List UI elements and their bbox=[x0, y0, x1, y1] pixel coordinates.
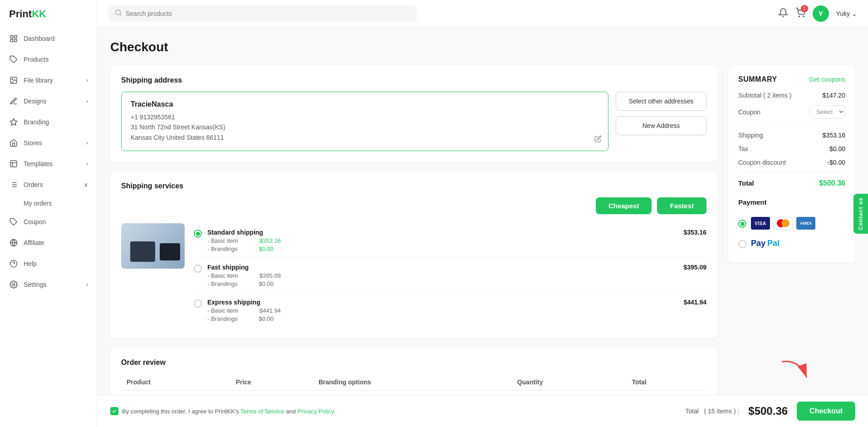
user-avatar[interactable]: Y bbox=[813, 5, 829, 22]
shipping-option-express[interactable]: Express shipping - Basic item $441.94 - … bbox=[194, 293, 706, 328]
checkout-total-text: Total ( 15 items ) : bbox=[685, 407, 739, 415]
sidebar-item-stores[interactable]: Stores › bbox=[0, 133, 97, 153]
checkout-total-amount: $500.36 bbox=[748, 405, 788, 417]
total-label: Total bbox=[738, 179, 754, 187]
paypal-pal: Pal bbox=[767, 239, 780, 248]
orders-icon bbox=[9, 180, 18, 189]
notification-bell[interactable] bbox=[778, 8, 788, 20]
mastercard-icon bbox=[774, 217, 793, 230]
sidebar-item-help[interactable]: Help bbox=[0, 253, 97, 274]
terms-link[interactable]: Terms of Service bbox=[240, 408, 284, 415]
product-thumbnail bbox=[121, 223, 185, 269]
express-price: $441.94 bbox=[675, 299, 706, 306]
svg-rect-1 bbox=[15, 35, 17, 38]
sidebar-item-file-library[interactable]: File library › bbox=[0, 70, 97, 91]
amex-icon: AMEX bbox=[796, 217, 815, 230]
express-sub2: - Brandings $0.00 bbox=[207, 315, 669, 322]
search-box[interactable] bbox=[108, 5, 417, 22]
mc-circle-orange bbox=[781, 219, 790, 227]
summary-coupon-discount-row: Coupon discount -$0.00 bbox=[738, 159, 845, 166]
sidebar-item-products[interactable]: Products bbox=[0, 49, 97, 70]
sidebar-item-affiliate[interactable]: Affiliate bbox=[0, 232, 97, 253]
total-value: $500.36 bbox=[819, 179, 845, 187]
coupon-select[interactable]: Select bbox=[809, 105, 845, 118]
radio-express[interactable] bbox=[194, 299, 202, 308]
address-phone: +1 9132953561 bbox=[131, 112, 599, 122]
standard-shipping-name: Standard shipping bbox=[207, 229, 669, 236]
radio-fast[interactable] bbox=[194, 265, 202, 273]
sidebar-item-branding[interactable]: Branding bbox=[0, 112, 97, 133]
page-title: Checkout bbox=[110, 40, 855, 54]
svg-line-24 bbox=[120, 14, 121, 15]
checkout-button[interactable]: Checkout bbox=[797, 402, 855, 421]
address-line2: Kansas City United States 66111 bbox=[131, 133, 599, 142]
tax-label: Tax bbox=[738, 145, 748, 152]
order-table-header: Product Price Branding options Quantity … bbox=[121, 374, 706, 391]
sidebar-item-settings[interactable]: Settings › bbox=[0, 274, 97, 295]
privacy-link[interactable]: Privacy Policy bbox=[298, 408, 334, 415]
settings-icon bbox=[9, 280, 18, 289]
sidebar-item-orders[interactable]: Orders ∨ bbox=[0, 174, 97, 195]
standard-sub2: - Brandings $0.00 bbox=[207, 245, 669, 252]
cart-icon[interactable]: 1 bbox=[795, 8, 805, 20]
radio-paypal[interactable] bbox=[738, 240, 746, 248]
shipping-options: Standard shipping - Basic item $353.16 -… bbox=[194, 223, 706, 328]
shipping-address-title: Shipping address bbox=[121, 76, 706, 84]
sidebar-item-label: Branding bbox=[24, 118, 49, 126]
sidebar-item-dashboard[interactable]: Dashboard bbox=[0, 28, 97, 49]
contact-us-tab[interactable]: Contact us bbox=[853, 193, 868, 233]
cheapest-button[interactable]: Cheapest bbox=[596, 197, 652, 214]
subtotal-label: Subtotal ( 2 items ) bbox=[738, 92, 792, 99]
product-thumb-inner bbox=[121, 223, 185, 269]
search-input[interactable] bbox=[126, 10, 411, 17]
sidebar-item-label: Products bbox=[24, 56, 49, 63]
shipping-services-title: Shipping services bbox=[121, 182, 706, 190]
edit-address-icon[interactable] bbox=[594, 135, 602, 144]
topbar: 1 Y Yuky ⌄ bbox=[98, 0, 868, 27]
sidebar-item-label: Affiliate bbox=[24, 239, 44, 246]
express-sub1: - Basic item $441.94 bbox=[207, 307, 669, 314]
terms-checkbox[interactable] bbox=[110, 407, 118, 415]
shipping-option-fast-info: Fast shipping - Basic item $395.09 - Bra… bbox=[207, 264, 669, 287]
col-branding: Branding options bbox=[313, 374, 512, 391]
shipping-option-fast[interactable]: Fast shipping - Basic item $395.09 - Bra… bbox=[194, 258, 706, 293]
payment-option-card[interactable]: VISA AMEX bbox=[738, 212, 845, 234]
shipping-option-standard[interactable]: Standard shipping - Basic item $353.16 -… bbox=[194, 223, 706, 258]
radio-card[interactable] bbox=[738, 220, 746, 228]
sidebar: PrintKK Dashboard Products File library … bbox=[0, 0, 98, 427]
select-other-addresses-button[interactable]: Select other addresses bbox=[616, 92, 706, 111]
radio-standard[interactable] bbox=[194, 230, 202, 238]
terms-check: By completing this order, I agree to Pri… bbox=[110, 407, 334, 415]
user-name[interactable]: Yuky ⌄ bbox=[836, 10, 857, 17]
fastest-button[interactable]: Fastest bbox=[657, 197, 706, 214]
new-address-button[interactable]: New Address bbox=[616, 116, 706, 135]
summary-tax-row: Tax $0.00 bbox=[738, 145, 845, 152]
shipping-option-standard-info: Standard shipping - Basic item $353.16 -… bbox=[207, 229, 669, 252]
summary-subtotal-row: Subtotal ( 2 items ) $147.20 bbox=[738, 92, 845, 99]
sidebar-item-label: Coupon bbox=[24, 218, 46, 226]
sidebar-item-designs[interactable]: Designs › bbox=[0, 91, 97, 112]
svg-rect-2 bbox=[10, 39, 13, 42]
coupon-label: Coupon bbox=[738, 108, 760, 116]
col-quantity: Quantity bbox=[512, 374, 627, 391]
payment-section: Payment VISA bbox=[738, 198, 845, 253]
sidebar-item-my-orders[interactable]: My orders bbox=[0, 195, 97, 211]
branding-icon bbox=[9, 118, 18, 127]
payment-option-paypal[interactable]: PayPal bbox=[738, 234, 845, 253]
get-coupons-link[interactable]: Get coupons bbox=[809, 76, 845, 83]
summary-title: SUMMARY bbox=[738, 75, 777, 83]
sidebar-item-coupon[interactable]: Coupon bbox=[0, 211, 97, 232]
chevron-right-icon: › bbox=[86, 161, 88, 167]
address-name: TracieNasca bbox=[131, 100, 599, 108]
topbar-right: 1 Y Yuky ⌄ bbox=[778, 5, 857, 22]
address-line1: 31 North 72nd Street Kansas(KS) bbox=[131, 122, 599, 132]
checkout-layout: Shipping address TracieNasca +1 91329535… bbox=[110, 65, 855, 427]
visa-icon: VISA bbox=[751, 217, 770, 230]
standard-sub1: - Basic item $353.16 bbox=[207, 237, 669, 244]
svg-rect-8 bbox=[10, 161, 17, 167]
sidebar-item-templates[interactable]: Templates › bbox=[0, 153, 97, 174]
chevron-right-icon: › bbox=[86, 140, 88, 146]
bottom-bar: By completing this order, I agree to Pri… bbox=[98, 395, 868, 427]
checkout-total-area: Total ( 15 items ) : $500.36 Checkout bbox=[685, 402, 855, 421]
shipping-address-section: Shipping address TracieNasca +1 91329535… bbox=[110, 65, 717, 162]
